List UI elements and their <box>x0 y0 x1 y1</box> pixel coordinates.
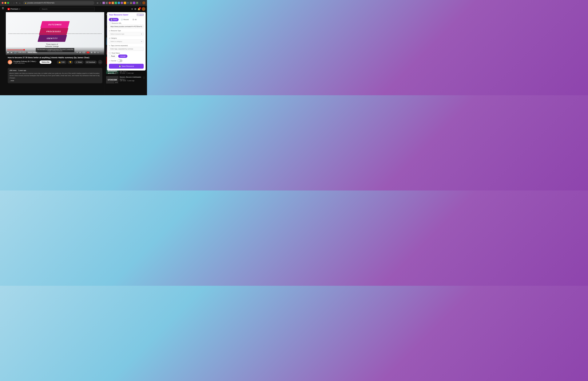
category-icon: ◎ <box>109 37 110 39</box>
controls-row: ▶ ⏭ 🔊 4:49 / 28:10 Atomic Habits ✦ ⇄ CC … <box>7 51 103 54</box>
sidebar-item-6[interactable]: STOICISM 12:52 Stoicism: Become Undefeat… <box>105 75 147 85</box>
favorite-row: ☆ Favorite <box>109 59 144 62</box>
progress-fill <box>7 50 23 50</box>
minimize-btn[interactable] <box>4 2 6 4</box>
type-select[interactable]: Select resource type Video Article Podca… <box>109 32 144 36</box>
home-btn[interactable]: ⌂ <box>19 1 21 4</box>
back-btn[interactable]: ‹ <box>11 1 13 4</box>
subscribe-button[interactable]: Subscribe <box>40 61 51 64</box>
progress-bar[interactable] <box>7 50 103 50</box>
url-field-group: Resource URL <box>109 22 144 28</box>
window-controls <box>2 2 9 4</box>
volume-btn[interactable]: 🔊 <box>14 51 17 54</box>
ext-bookmark-active[interactable]: 🔖 <box>133 2 135 4</box>
address-bar[interactable]: 🔒 youtube.com/watch?v=PZ7IDrwYdZc <box>23 1 94 5</box>
settings-btn[interactable]: ⚙ <box>90 51 93 54</box>
sidebar-menu-btn[interactable]: ☰ <box>2 7 4 10</box>
toggle-knob <box>118 60 120 62</box>
cast-icon[interactable]: ⊡ <box>97 2 99 4</box>
tags-input[interactable] <box>109 47 144 51</box>
more-btn[interactable]: ...more <box>9 80 101 82</box>
cc-btn[interactable]: CC <box>82 51 86 54</box>
time-display: 4:49 / 28:10 <box>19 52 26 53</box>
tab-recent[interactable]: 🕐 Recent <box>119 18 130 21</box>
sparkle-btn[interactable]: ✦ <box>76 51 78 53</box>
theater-btn[interactable]: ▭ <box>97 51 99 54</box>
more-actions-btn[interactable]: ⋯ <box>98 60 102 64</box>
dislike-icon: 👎 <box>69 61 71 63</box>
ext-yellow[interactable]: ⚡ <box>124 2 126 4</box>
layer-outcomes: OUTCOMES <box>40 21 70 28</box>
all-tab-icon: ☰ <box>132 19 134 21</box>
sidebar-more-6[interactable]: ⋮ <box>143 76 145 79</box>
url-display: youtube.com/watch?v=PZ7IDrwYdZc <box>27 2 55 4</box>
next-btn[interactable]: ⏭ <box>10 51 13 54</box>
popup-title: Your Resource Saver <box>109 14 128 16</box>
popup-form: Resource URL ◎ Resource Type Select reso… <box>107 22 146 70</box>
close-btn[interactable] <box>2 2 4 4</box>
description-text: Atomic Habits can help you improve every… <box>9 72 101 79</box>
ext-red[interactable] <box>108 2 111 4</box>
save-resource-button[interactable]: 💾 Save Resource <box>109 64 144 68</box>
popup-header: Your Resource Saver ↩ Logout <box>107 12 146 17</box>
category-select[interactable]: Select a category Productivity Health Fi… <box>109 40 144 43</box>
type-icon: ◎ <box>109 30 110 31</box>
progress-thumb <box>23 49 25 50</box>
tab-all[interactable]: ☰ All <box>131 18 138 21</box>
extension-icons: Tp ⚙ ◉ G ⚡ 🛡 🔒 🔖 🧩 <box>103 2 138 4</box>
play-btn[interactable]: ▶ <box>7 51 9 54</box>
ext-green[interactable]: G <box>115 2 117 4</box>
save-tab-icon: 💾 <box>111 19 113 21</box>
toggle-btn[interactable]: ⇄ <box>79 51 81 54</box>
unread-button[interactable]: Unread <box>118 55 127 58</box>
channel-avatar[interactable]: EO <box>8 60 12 64</box>
read-button[interactable]: Read <box>109 54 117 58</box>
fullscreen-btn[interactable]: ⛶ <box>100 51 103 54</box>
url-label: Resource URL <box>109 22 144 24</box>
notifications-icon[interactable]: 🔔 7+ <box>138 8 140 10</box>
ext-tp[interactable]: Tp <box>103 2 105 4</box>
ext-purple-circle[interactable] <box>121 2 123 4</box>
channel-verified-icon: ✓ <box>36 61 37 62</box>
layer-identity: IDENTITY <box>38 35 67 42</box>
ext-blue-circle[interactable] <box>118 2 120 4</box>
settings-icon[interactable]: ⚙ <box>134 8 136 10</box>
recent-tab-icon: 🕐 <box>121 19 123 21</box>
ext-orange[interactable]: ◉ <box>112 2 114 4</box>
channel-info: Escaping Ordinary (B.C Marx) ✓ 1.45M sub… <box>14 61 37 64</box>
ext-puzzle[interactable]: 🧩 <box>136 2 138 4</box>
ext-lock[interactable]: 🔒 <box>130 2 132 4</box>
tab-save[interactable]: 💾 Save <box>109 18 119 21</box>
share-button[interactable]: ↗ Share <box>74 61 84 64</box>
ext-gear[interactable]: ⚙ <box>105 2 108 4</box>
maximize-btn[interactable] <box>7 2 9 4</box>
video-player[interactable]: OUTCOMES PROCESSES IDENTITY Three layers… <box>6 12 104 55</box>
ai-icon[interactable]: ✦ <box>131 8 133 10</box>
video-info: How to become 37.78 times better at anyt… <box>6 55 104 67</box>
yt-content: OUTCOMES PROCESSES IDENTITY Three layers… <box>6 12 104 95</box>
tags-field-group: 🏷 Tags (comma-separated) <box>109 45 144 51</box>
download-icon: ⬇ <box>86 61 88 63</box>
user-avatar-browser[interactable] <box>142 1 145 4</box>
like-button[interactable]: 👍 724K <box>57 61 66 64</box>
favorite-toggle[interactable] <box>118 59 123 62</box>
search-input[interactable] <box>40 7 95 11</box>
bookmark-icon[interactable]: ☆ <box>99 2 102 4</box>
duration-5: 16:29 <box>114 72 118 74</box>
download-button[interactable]: ⬇ Download <box>85 61 97 64</box>
reload-btn[interactable]: ↻ <box>15 1 18 4</box>
dislike-button[interactable]: 👎 <box>67 61 73 64</box>
sidebar-video-info-6: Stoicism: Become Undefeatable Aperture ✓… <box>120 76 142 84</box>
miniplayer-btn[interactable]: ⧉ <box>94 51 96 54</box>
logout-button[interactable]: ↩ Logout <box>137 14 144 16</box>
url-input[interactable] <box>109 24 144 28</box>
ext-shield[interactable]: 🛡 <box>127 2 129 4</box>
menu-icon[interactable]: ⋮ <box>139 2 142 4</box>
user-avatar[interactable] <box>142 7 145 11</box>
forward-btn[interactable]: › <box>13 1 15 4</box>
type-select-wrapper: Select resource type Video Article Podca… <box>109 32 144 36</box>
sidebar-meta-6: 11M views · 3 years ago <box>120 80 142 81</box>
sidebar-video-title-6: Stoicism: Become Undefeatable <box>120 76 142 78</box>
yt-logo[interactable]: ▶ Premium GB <box>7 8 21 10</box>
yt-header: ▶ Premium GB ✦ ⚙ 🔔 7+ <box>6 6 147 12</box>
